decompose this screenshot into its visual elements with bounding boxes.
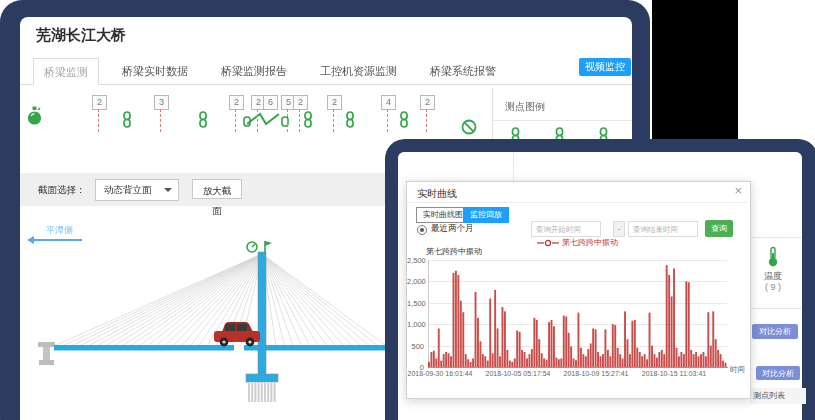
y-tick-label: 1,000 <box>407 320 424 329</box>
point-list-bar[interactable]: 测点列表 <box>749 388 806 404</box>
sensor-dash-line <box>387 109 388 132</box>
sensor-dash-line <box>299 109 300 132</box>
screenshot-canvas: 芜湖长江大桥 桥梁监测桥梁实时数据桥梁监测报告工控机资源监测桥梁系统报警 视频监… <box>0 0 815 420</box>
query-end-time-input[interactable] <box>628 221 698 237</box>
compare-analysis-button-2[interactable]: 对比分析 <box>756 366 800 380</box>
chart-x-axis <box>428 367 728 368</box>
sensor-count-box[interactable]: 2 <box>293 95 308 110</box>
legend-panel-title: 测点图例 <box>505 100 545 114</box>
realtime-curve-modal: 实时曲线 × 实时曲线图 监控回放 最近两个月 - 查询 第七跨跨 <box>406 181 751 399</box>
flag-icon[interactable] <box>265 241 272 253</box>
sensor-dash-line <box>333 109 334 132</box>
sensor-dash-line <box>257 109 258 132</box>
sensor-dash-line <box>426 109 427 132</box>
temperature-count: ( 9 ) <box>753 282 793 292</box>
query-button[interactable]: 查询 <box>705 220 733 237</box>
chain-link-icon[interactable] <box>303 111 313 128</box>
section-select-value: 动态背立面 <box>104 184 152 197</box>
sensor-count-box[interactable]: 6 <box>263 95 278 110</box>
chart-series-bars <box>428 260 727 367</box>
chain-link-icon[interactable] <box>198 111 208 128</box>
bridge-side-label: 平潭侧 <box>46 224 73 237</box>
last-two-months-radio[interactable] <box>417 225 427 235</box>
date-range-separator: - <box>613 221 625 237</box>
modal-header-divider <box>407 202 748 203</box>
sensor-count-box[interactable]: 2 <box>92 95 107 110</box>
x-tick-label: 2018-10-15 11:03:41 <box>642 370 706 377</box>
chevron-down-icon <box>164 188 172 192</box>
legend-marker-icon <box>537 239 559 247</box>
chain-link-icon[interactable] <box>345 111 355 128</box>
y-tick-label: 2,500 <box>407 256 424 265</box>
chart-x-axis-name: 时间 <box>730 365 745 375</box>
sensor-count-box[interactable]: 2 <box>420 95 435 110</box>
sensor-count-box[interactable]: 3 <box>154 95 169 110</box>
bridge-pier <box>38 342 55 365</box>
compare-analysis-button[interactable]: 对比分析 <box>752 324 798 339</box>
tab-monitor-playback[interactable]: 监控回放 <box>463 207 509 223</box>
chain-link-icon[interactable] <box>399 111 409 128</box>
section-select[interactable]: 动态背立面 <box>95 179 179 201</box>
y-tick-label: 500 <box>407 342 424 351</box>
legend-label: 第七跨跨中振动 <box>562 237 618 248</box>
legend-panel-border <box>492 88 493 139</box>
sensor-count-box[interactable]: 2 <box>327 95 342 110</box>
sensor-dash-line <box>287 109 288 132</box>
x-tick-label: 2018-09-30 16:01:44 <box>408 370 473 377</box>
bridge-deck-left <box>54 345 234 351</box>
panel-divider <box>748 308 802 309</box>
bridge-tower <box>246 252 278 382</box>
chain-link-icon[interactable] <box>122 111 132 128</box>
tab-realtime-curve[interactable]: 实时曲线图 <box>416 207 470 223</box>
x-tick-label: 2018-10-09 15:27:41 <box>564 370 629 377</box>
sensor-dash-line <box>235 109 236 132</box>
car-illustration <box>214 322 260 346</box>
query-start-time-input[interactable] <box>531 221 601 237</box>
section-select-label: 截面选择： <box>38 184 86 197</box>
modal-title: 实时曲线 <box>417 187 457 201</box>
panel-divider <box>748 237 802 238</box>
popup-window: 温度 ( 9 ) 对比分析 对比分析 测点列表 实时曲线 × 实时曲线图 监控回… <box>385 139 815 420</box>
x-tick-label: 2018-10-05 05:17:54 <box>486 370 551 377</box>
background-block <box>652 0 738 140</box>
inclinometer-icon[interactable] <box>243 109 289 128</box>
bridge-foundation <box>249 383 275 402</box>
enlarge-section-button[interactable]: 放大截面 <box>192 179 242 199</box>
bridge-elevation-drawing <box>18 240 390 420</box>
disabled-sensor-icon[interactable] <box>461 119 477 135</box>
legend-panel-divider <box>492 120 632 121</box>
y-tick-label: 2,000 <box>407 277 424 286</box>
sensor-dash-line <box>160 109 161 132</box>
sensor-dash-line <box>98 109 99 132</box>
stopwatch-icon[interactable] <box>26 106 43 126</box>
close-icon[interactable]: × <box>734 184 742 198</box>
thermometer-icon[interactable] <box>766 246 780 268</box>
y-tick-label: 1,500 <box>407 299 424 308</box>
sensor-row: 2322652242 <box>0 0 650 150</box>
popup-window-content: 温度 ( 9 ) 对比分析 对比分析 测点列表 实时曲线 × 实时曲线图 监控回… <box>398 152 802 420</box>
sensor-count-box[interactable]: 4 <box>381 95 396 110</box>
last-two-months-label: 最近两个月 <box>431 223 474 235</box>
gauge-icon[interactable] <box>247 242 257 252</box>
content-divider <box>513 152 514 181</box>
sensor-count-box[interactable]: 2 <box>229 95 244 110</box>
chart-title: 第七跨跨中振动 <box>426 246 482 257</box>
